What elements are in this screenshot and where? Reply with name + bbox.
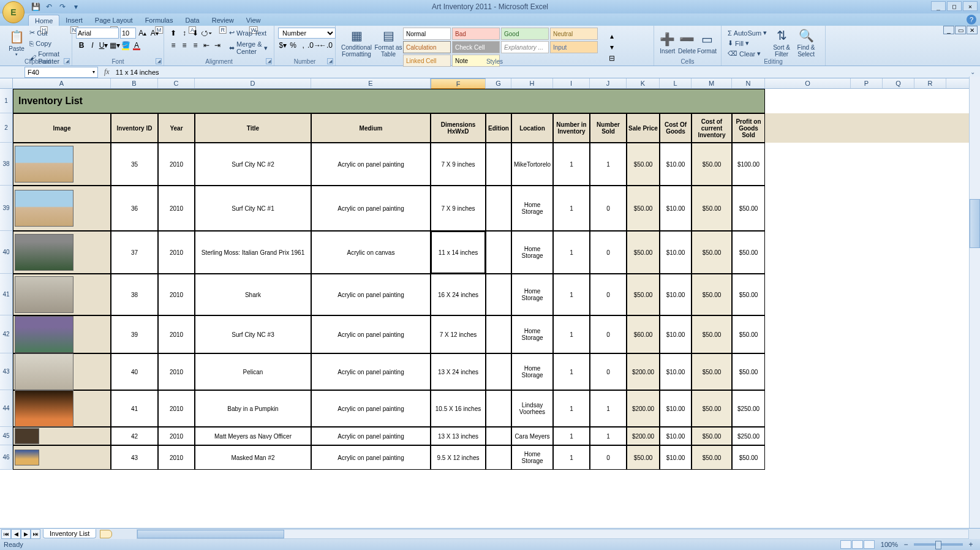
format-cells-button[interactable]: ▭Format <box>696 28 717 58</box>
vscroll-thumb[interactable] <box>970 199 980 248</box>
cell-year[interactable]: 2010 <box>158 315 195 353</box>
number-dialog-icon[interactable]: ◢ <box>327 58 333 64</box>
cell-profit[interactable]: $50.00 <box>732 315 765 353</box>
cell-ninv[interactable]: 1 <box>553 143 590 186</box>
cell-img[interactable] <box>13 353 111 390</box>
cell-title[interactable]: Matt Meyers as Navy Officer <box>195 427 311 445</box>
cell-cog[interactable]: $10.00 <box>660 390 692 427</box>
cell-price[interactable]: $200.00 <box>627 353 660 390</box>
cell-id[interactable]: 39 <box>111 315 158 353</box>
row-header-40[interactable]: 40 <box>0 231 13 274</box>
formula-input[interactable] <box>113 69 968 76</box>
align-left[interactable]: ≡ <box>168 40 179 51</box>
styles-up-icon[interactable]: ▴ <box>606 31 617 42</box>
sheet-nav-next[interactable]: ▶ <box>21 529 31 539</box>
cell-nsold[interactable]: 0 <box>590 186 627 231</box>
cell-id[interactable]: 38 <box>111 274 158 315</box>
cell-img[interactable] <box>13 445 111 470</box>
column-header-E[interactable]: E <box>311 78 431 88</box>
close-button[interactable]: ✕ <box>963 1 978 11</box>
column-header-B[interactable]: B <box>111 78 158 88</box>
cell-edition[interactable] <box>486 186 511 231</box>
style-normal[interactable]: Normal <box>403 28 451 40</box>
cell-id[interactable]: 40 <box>111 353 158 390</box>
font-size-select[interactable] <box>120 28 136 39</box>
cell-price[interactable]: $50.00 <box>627 143 660 186</box>
workbook-restore[interactable]: ▭ <box>955 26 966 34</box>
row-header-45[interactable]: 45 <box>0 427 13 445</box>
sheet-tab-active[interactable]: Inventory List <box>43 529 96 538</box>
font-dialog-icon[interactable]: ◢ <box>156 58 162 64</box>
cell-cog[interactable]: $10.00 <box>660 231 692 274</box>
cell-medium[interactable]: Acrylic on panel painting <box>311 143 431 186</box>
cell-ninv[interactable]: 1 <box>553 186 590 231</box>
cell-year[interactable]: 2010 <box>158 353 195 390</box>
cell-profit[interactable]: $250.00 <box>732 390 765 427</box>
clipboard-dialog-icon[interactable]: ◢ <box>64 58 70 64</box>
style-bad[interactable]: Bad <box>452 28 500 40</box>
column-header-Q[interactable]: Q <box>883 78 914 88</box>
cell-cci[interactable]: $50.00 <box>692 143 732 186</box>
hscroll-thumb[interactable] <box>137 530 284 538</box>
cell-medium[interactable]: Acrylic on panel painting <box>311 390 431 427</box>
cell-dim[interactable]: 7 X 12 inches <box>431 315 486 353</box>
increase-decimal[interactable]: .0→ <box>309 40 320 51</box>
cell-cog[interactable]: $10.00 <box>660 427 692 445</box>
delete-cells-button[interactable]: ➖Delete <box>677 28 697 58</box>
grow-font-button[interactable]: A▴ <box>137 28 148 39</box>
bold-button[interactable]: B <box>76 40 87 51</box>
alignment-dialog-icon[interactable]: ◢ <box>266 58 272 64</box>
view-normal-button[interactable] <box>840 540 851 549</box>
cell-edition[interactable] <box>486 427 511 445</box>
column-header-A[interactable]: A <box>13 78 111 88</box>
column-header-N[interactable]: N <box>732 78 765 88</box>
row-header-38[interactable]: 38 <box>0 143 13 186</box>
cell-cog[interactable]: $10.00 <box>660 186 692 231</box>
cell-title[interactable]: Pelican <box>195 353 311 390</box>
cell-id[interactable]: 35 <box>111 143 158 186</box>
cell-medium[interactable]: Acrylic on canvas <box>311 231 431 274</box>
style-calculation[interactable]: Calculation <box>403 41 451 53</box>
row-header-43[interactable]: 43 <box>0 353 13 390</box>
cell-edition[interactable] <box>486 231 511 274</box>
cell-medium[interactable]: Acrylic on panel painting <box>311 353 431 390</box>
cell-loc[interactable]: Home Storage <box>511 445 553 470</box>
cell-price[interactable]: $50.00 <box>627 445 660 470</box>
worksheet-grid[interactable]: 12383940414243444546 Inventory ListImage… <box>0 89 980 484</box>
row-header-44[interactable]: 44 <box>0 390 13 427</box>
sheet-nav-first[interactable]: ⏮ <box>1 529 11 539</box>
cell-dim[interactable]: 7 X 9 inches <box>431 143 486 186</box>
cell-dim[interactable]: 16 X 24 inches <box>431 274 486 315</box>
style-input[interactable]: Input <box>550 41 598 53</box>
fill-button[interactable]: ⬇Fill▾ <box>725 38 769 48</box>
cell-id[interactable]: 43 <box>111 445 158 470</box>
column-header-M[interactable]: M <box>692 78 732 88</box>
underline-button[interactable]: U▾ <box>98 40 109 51</box>
border-button[interactable]: ▦▾ <box>109 40 120 51</box>
row-header-39[interactable]: 39 <box>0 186 13 231</box>
row-header-1[interactable]: 1 <box>0 89 13 113</box>
cell-loc[interactable]: Home Storage <box>511 315 553 353</box>
sort-filter-button[interactable]: ⇅Sort & Filter <box>769 28 794 58</box>
fx-icon[interactable]: fx <box>104 67 110 77</box>
cell-medium[interactable]: Acrylic on panel painting <box>311 445 431 470</box>
name-box[interactable]: F40▾ <box>24 67 98 78</box>
column-header-I[interactable]: I <box>553 78 590 88</box>
number-format-select[interactable]: Number <box>278 28 336 39</box>
autosum-button[interactable]: ΣAutoSum▾ <box>725 28 769 38</box>
sheet-nav-last[interactable]: ⏭ <box>31 529 40 539</box>
cell-loc[interactable]: Cara Meyers <box>511 427 553 445</box>
cell-dim[interactable]: 9.5 X 12 inches <box>431 445 486 470</box>
cell-loc[interactable]: Home Storage <box>511 186 553 231</box>
indent-increase[interactable]: ⇥ <box>212 40 223 51</box>
style-neutral[interactable]: Neutral <box>550 28 598 40</box>
sheet-nav-prev[interactable]: ◀ <box>11 529 21 539</box>
row-header-2[interactable]: 2 <box>0 113 13 143</box>
cell-medium[interactable]: Acrylic on panel painting <box>311 427 431 445</box>
cell-title[interactable]: Surf City NC #1 <box>195 186 311 231</box>
ribbon-tab-home[interactable]: HomeH <box>28 15 59 26</box>
cell-ninv[interactable]: 1 <box>553 353 590 390</box>
cell-img[interactable] <box>13 315 111 353</box>
cell-cog[interactable]: $10.00 <box>660 353 692 390</box>
column-header-F[interactable]: F <box>431 78 486 89</box>
